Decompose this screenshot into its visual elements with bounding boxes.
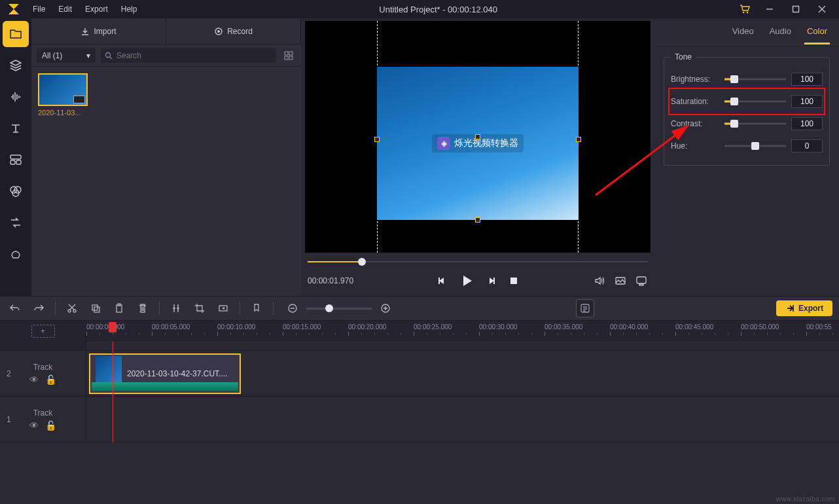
sidebar-media[interactable] xyxy=(3,21,29,47)
export-button[interactable]: Export xyxy=(776,300,832,316)
timeline: + 00:00:00.00000:00:05.00000:00:10.00000… xyxy=(0,321,839,504)
ruler-tick: 00:00:35.000 xyxy=(544,323,582,336)
slider-hue[interactable] xyxy=(724,141,786,151)
paste-icon[interactable] xyxy=(111,300,128,317)
sidebar-templates[interactable] xyxy=(0,144,31,175)
slider-saturation[interactable] xyxy=(724,97,786,106)
media-search[interactable] xyxy=(101,48,276,63)
timeline-header: + 00:00:00.00000:00:05.00000:00:10.00000… xyxy=(0,321,839,342)
minimize-button[interactable] xyxy=(757,0,783,18)
stop-icon[interactable] xyxy=(507,274,520,287)
search-input[interactable] xyxy=(116,51,272,60)
store-icon[interactable] xyxy=(733,4,757,14)
slider-contrast[interactable] xyxy=(724,119,786,128)
menu-help[interactable]: Help xyxy=(115,0,144,18)
playhead[interactable] xyxy=(113,342,113,442)
separator xyxy=(273,302,274,315)
label-saturation: Saturation: xyxy=(671,97,719,106)
window-title: Untitled Project* - 00:00:12.040 xyxy=(143,5,733,14)
visibility-icon[interactable]: 👁 xyxy=(29,420,39,431)
timeline-ruler[interactable]: 00:00:00.00000:00:05.00000:00:10.00000:0… xyxy=(86,321,839,342)
prev-frame-icon[interactable] xyxy=(435,274,448,287)
props-tab-video[interactable]: Video xyxy=(732,18,754,44)
menu-export[interactable]: Export xyxy=(79,0,115,18)
selection-handle[interactable] xyxy=(475,134,480,139)
snapshot-icon[interactable] xyxy=(614,274,627,287)
track-1-head: 1 Track 👁 🔓 xyxy=(0,397,86,442)
fullscreen-icon[interactable] xyxy=(635,274,648,287)
track-2-lane[interactable]: 2020-11-03-10-42-37.CUT.... xyxy=(86,351,839,396)
render-settings-icon[interactable] xyxy=(576,299,594,317)
value-brightness[interactable]: 100 xyxy=(791,73,823,86)
watermark-text: 烁光视频转换器 xyxy=(454,137,518,149)
slider-brightness[interactable] xyxy=(724,75,786,84)
search-icon xyxy=(105,52,113,60)
next-frame-icon[interactable] xyxy=(485,274,498,287)
volume-icon[interactable] xyxy=(593,274,606,287)
crop-icon[interactable] xyxy=(191,300,208,317)
sidebar-audio[interactable] xyxy=(0,81,31,113)
svg-point-3 xyxy=(747,12,749,14)
seek-knob[interactable] xyxy=(358,258,366,266)
main-area: Import Record All (1) ▾ 2020-11-03... xyxy=(0,18,839,296)
track-1-lane[interactable] xyxy=(86,397,839,442)
marker-icon[interactable] xyxy=(248,300,265,317)
close-button[interactable] xyxy=(809,0,835,18)
preview-canvas[interactable]: ◈ 烁光视频转换器 xyxy=(305,21,651,253)
tab-import[interactable]: Import xyxy=(31,18,166,45)
sidebar-layers[interactable] xyxy=(0,50,31,81)
label-hue: Hue: xyxy=(671,141,719,151)
tone-group: Tone Brightness: 100 Saturation: 100 Con… xyxy=(664,52,830,166)
grid-view-icon[interactable] xyxy=(281,48,296,63)
sidebar-filters[interactable] xyxy=(0,175,31,207)
visibility-icon[interactable]: 👁 xyxy=(29,374,39,385)
redo-icon[interactable] xyxy=(30,300,47,317)
menu-file[interactable]: File xyxy=(26,0,52,18)
delete-icon[interactable] xyxy=(134,300,151,317)
add-track-button[interactable]: + xyxy=(31,325,55,338)
selection-handle[interactable] xyxy=(475,217,480,223)
ruler-tick: 00:00:05.000 xyxy=(152,323,190,336)
media-thumb[interactable]: 2020-11-03... xyxy=(38,73,90,117)
value-saturation[interactable]: 100 xyxy=(791,95,823,108)
tab-record-label: Record xyxy=(227,27,253,36)
cut-icon[interactable] xyxy=(63,300,80,317)
play-icon[interactable] xyxy=(457,272,476,290)
track-2-label: Track xyxy=(33,363,53,372)
tab-record[interactable]: Record xyxy=(166,18,301,45)
lock-icon[interactable]: 🔓 xyxy=(45,374,56,385)
zoom-out-icon[interactable] xyxy=(284,300,301,317)
media-thumb-image xyxy=(38,73,88,106)
props-tab-color[interactable]: Color xyxy=(807,18,827,44)
zoom-slider[interactable] xyxy=(306,308,372,310)
split-icon[interactable] xyxy=(168,300,185,317)
record-icon xyxy=(214,27,223,36)
value-contrast[interactable]: 100 xyxy=(791,117,823,130)
export-icon xyxy=(785,304,794,313)
timeline-head-left: + xyxy=(0,321,86,342)
props-tab-audio[interactable]: Audio xyxy=(770,18,791,44)
tone-legend: Tone xyxy=(671,52,696,62)
maximize-button[interactable] xyxy=(783,0,809,18)
sidebar-elements[interactable] xyxy=(0,238,31,270)
timeline-clip[interactable]: 2020-11-03-10-42-37.CUT.... xyxy=(89,353,241,394)
sidebar-text[interactable] xyxy=(0,113,31,144)
sidebar-transitions[interactable] xyxy=(0,207,31,238)
preview-seek[interactable] xyxy=(308,257,648,267)
selection-handle[interactable] xyxy=(576,137,581,142)
speed-icon[interactable] xyxy=(215,300,232,317)
selection-handle[interactable] xyxy=(374,137,380,142)
undo-icon[interactable] xyxy=(7,300,24,317)
preview-controls: 00:00:01.970 xyxy=(305,257,651,296)
watermark-logo-icon: ◈ xyxy=(437,137,450,150)
lock-icon[interactable]: 🔓 xyxy=(45,420,56,431)
svg-rect-18 xyxy=(285,52,288,55)
track-1: 1 Track 👁 🔓 xyxy=(0,397,839,442)
zoom-in-icon[interactable] xyxy=(377,300,394,317)
value-hue[interactable]: 0 xyxy=(791,139,823,153)
ruler-tick: 00:00:00.000 xyxy=(86,323,124,336)
menu-edit[interactable]: Edit xyxy=(52,0,79,18)
copy-icon[interactable] xyxy=(87,300,104,317)
media-filter-select[interactable]: All (1) ▾ xyxy=(37,48,96,63)
svg-rect-8 xyxy=(10,155,21,159)
